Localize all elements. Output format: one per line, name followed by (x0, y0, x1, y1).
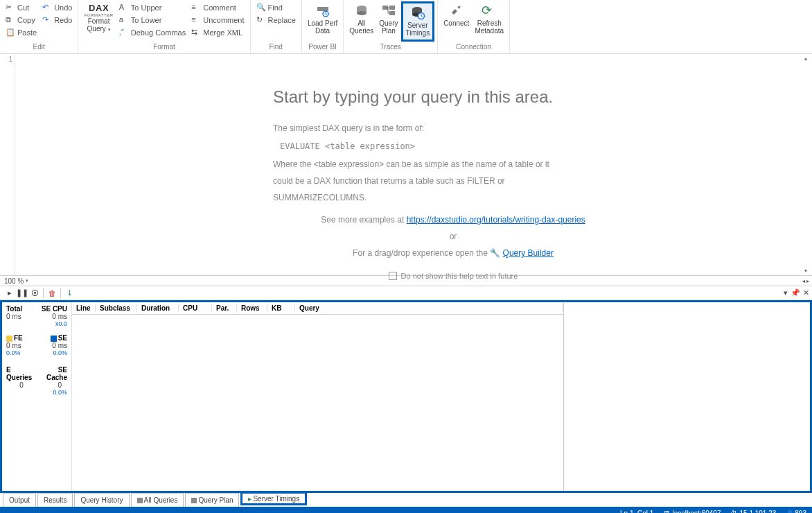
tab-output[interactable]: Output (3, 493, 36, 507)
paste-icon: 📋 (6, 28, 15, 37)
ribbon-group-format: DAX FORMATTER Format Query ▾ ATo Upper a… (78, 0, 250, 53)
ribbon-group-edit: ✂Cut ⧉Copy 📋Paste ↶Undo ↷Redo Edit (0, 0, 78, 53)
undo-button[interactable]: ↶Undo (39, 1, 75, 14)
connect-button[interactable]: Connect (441, 1, 472, 42)
group-label: Connection (456, 42, 491, 51)
all-queries-button[interactable]: AllQueries (346, 1, 376, 42)
connect-icon (449, 3, 464, 18)
query-plan-button[interactable]: QueryPlan (376, 1, 400, 42)
format-query-button[interactable]: DAX FORMATTER Format Query ▾ (81, 1, 116, 42)
server-icon: 🖥 (663, 510, 670, 514)
tab-query-plan[interactable]: Query Plan (185, 493, 239, 507)
redo-button[interactable]: ↷Redo (39, 14, 75, 26)
merge-xml-button[interactable]: ⇆Merge XML (188, 26, 247, 39)
col-query[interactable]: Query (295, 304, 563, 312)
replace-button[interactable]: ↻Replace (254, 14, 299, 26)
query-builder-link[interactable]: Query Builder (503, 248, 554, 258)
col-rows[interactable]: Rows (237, 304, 267, 312)
detail-pane (564, 302, 810, 491)
svg-point-4 (357, 11, 367, 15)
copy-button[interactable]: ⧉Copy (3, 14, 39, 26)
replace-icon: ↻ (256, 15, 266, 25)
debug-commas-button[interactable]: ,″Debug Commas (116, 26, 188, 39)
commas-icon: ,″ (119, 28, 129, 37)
scissors-icon: ✂ (6, 3, 15, 12)
perf-data-icon (315, 3, 330, 18)
col-cpu[interactable]: CPU (179, 304, 212, 312)
scroll-right-icon[interactable]: ▸ (806, 278, 809, 284)
copy-icon: ⧉ (6, 15, 15, 25)
placeholder-title: Start by typing your query in this area. (273, 87, 633, 107)
uppercase-icon: A (119, 3, 129, 12)
uncomment-icon: ≡ (191, 15, 201, 25)
chevron-down-icon: ▾ (108, 27, 111, 32)
load-perf-data-button[interactable]: Load Perf Data (305, 1, 340, 42)
timings-toolbar: ▸ ❚❚ ⦿ 🗑 ⤓ ▾ 📌 ✕ (0, 286, 812, 300)
svg-rect-6 (389, 6, 395, 10)
scroll-up-icon[interactable]: ▴ (801, 55, 811, 62)
dax-formatter-icon: DAX (89, 3, 109, 13)
server-timings-panel: TotalSE CPU 0 ms0 ms x0.0 FESE 0 ms0 ms … (0, 300, 812, 493)
to-lower-button[interactable]: aTo Lower (116, 14, 188, 26)
record-button[interactable]: ⦿ (29, 288, 40, 299)
status-bar: Ln 1, Col 1 🖥localhost:60407 ⏱15.1.101.2… (0, 507, 812, 513)
scroll-down-icon[interactable]: ▾ (801, 268, 811, 274)
play-button[interactable]: ▸ (4, 288, 15, 299)
group-label: Power BI (308, 42, 337, 51)
cut-button[interactable]: ✂Cut (3, 1, 39, 14)
redo-icon: ↷ (42, 15, 52, 25)
svg-rect-5 (382, 6, 388, 10)
refresh-metadata-button[interactable]: ⟳ RefreshMetadata (472, 1, 506, 42)
col-par[interactable]: Par. (212, 304, 237, 312)
timings-stats: TotalSE CPU 0 ms0 ms x0.0 FESE 0 ms0 ms … (2, 302, 71, 491)
tab-server-timings[interactable]: ▸Server Timings (240, 492, 307, 505)
pin-icon[interactable]: 📌 (791, 288, 800, 297)
server-timings-button[interactable]: ServerTimings (401, 1, 435, 42)
panel-menu-icon[interactable]: ▾ (784, 288, 788, 297)
hide-help-checkbox[interactable] (389, 272, 397, 280)
examples-link[interactable]: https://daxstudio.org/tutorials/writing-… (407, 215, 585, 225)
bottom-tabstrip: Output Results Query History All Queries… (0, 493, 812, 507)
refresh-icon: ⟳ (482, 3, 497, 18)
timings-grid: Line Subclass Duration CPU Par. Rows KB … (71, 302, 810, 491)
tab-query-history[interactable]: Query History (74, 493, 129, 507)
delete-button[interactable]: 🗑 (46, 288, 58, 299)
query-editor[interactable]: 1 ▴ Start by typing your query in this a… (0, 54, 812, 276)
col-line[interactable]: Line (72, 304, 96, 312)
tab-all-queries[interactable]: All Queries (131, 493, 184, 507)
group-label: Find (269, 42, 282, 51)
status-position: Ln 1, Col 1 (620, 510, 653, 514)
comment-button[interactable]: ≡Comment (188, 1, 247, 14)
status-version: ⏱15.1.101.23 (730, 510, 776, 514)
play-icon: ▸ (248, 495, 251, 503)
tab-results[interactable]: Results (37, 493, 73, 507)
col-kb[interactable]: KB (267, 304, 295, 312)
col-subclass[interactable]: Subclass (96, 304, 137, 312)
close-icon[interactable]: ✕ (803, 288, 809, 297)
person-icon: 👤 (786, 510, 793, 514)
find-button[interactable]: 🔍Find (254, 1, 299, 14)
pause-button[interactable]: ❚❚ (17, 288, 28, 299)
uncomment-button[interactable]: ≡Uncomment (188, 14, 247, 26)
query-plan-icon (381, 3, 396, 18)
paste-button[interactable]: 📋Paste (3, 26, 39, 39)
scroll-left-icon[interactable]: ◂ (802, 278, 805, 284)
status-host: 🖥localhost:60407 (663, 510, 721, 514)
editor-placeholder: Start by typing your query in this area.… (273, 87, 633, 280)
export-button[interactable]: ⤓ (64, 288, 75, 299)
ribbon-group-powerbi: Load Perf Data Power BI (302, 0, 344, 53)
stop-icon (137, 498, 143, 503)
col-duration[interactable]: Duration (137, 304, 179, 312)
merge-icon: ⇆ (191, 28, 201, 37)
status-rows: 👤893 (786, 510, 806, 514)
search-icon: 🔍 (256, 3, 266, 12)
ribbon: ✂Cut ⧉Copy 📋Paste ↶Undo ↷Redo Edit DAX F… (0, 0, 812, 54)
ribbon-group-find: 🔍Find ↻Replace Find (251, 0, 302, 53)
group-label: Traces (380, 42, 401, 51)
all-queries-icon (354, 3, 369, 18)
ribbon-group-traces: AllQueries QueryPlan ServerTimings Trace… (344, 0, 438, 53)
to-upper-button[interactable]: ATo Upper (116, 1, 188, 14)
lowercase-icon: a (119, 15, 129, 25)
grid-header: Line Subclass Duration CPU Par. Rows KB … (72, 302, 563, 315)
svg-rect-7 (389, 11, 395, 15)
